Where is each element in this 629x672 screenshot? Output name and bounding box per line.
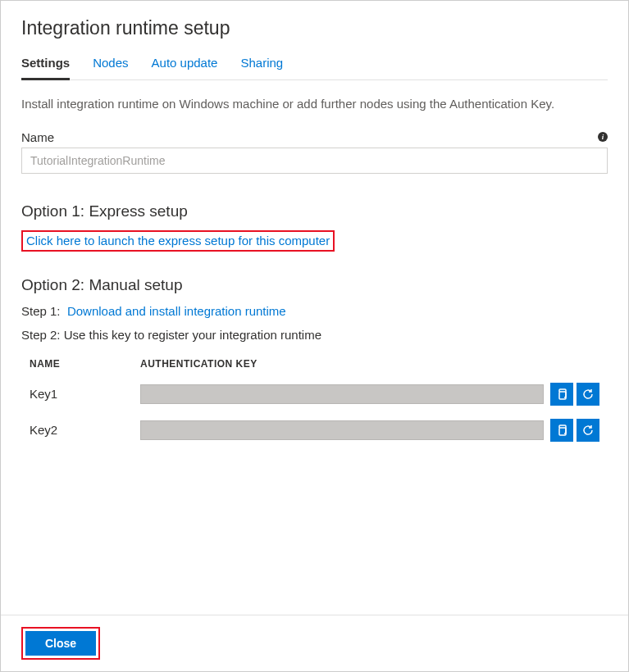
regenerate-key-button[interactable] bbox=[577, 419, 599, 442]
option1-heading: Option 1: Express setup bbox=[21, 202, 608, 220]
download-install-link[interactable]: Download and install integration runtime bbox=[67, 304, 286, 318]
express-setup-highlight: Click here to launch the express setup f… bbox=[21, 230, 335, 252]
step2-line: Step 2: Use this key to register your in… bbox=[21, 328, 608, 342]
copy-icon bbox=[555, 388, 568, 401]
key-row: Key1 bbox=[21, 376, 608, 412]
keys-header-name: NAME bbox=[30, 358, 140, 370]
tab-nodes[interactable]: Nodes bbox=[93, 56, 128, 80]
keys-header-auth: AUTHENTICATION KEY bbox=[140, 358, 258, 370]
copy-key-button[interactable] bbox=[550, 419, 573, 442]
key-value-masked[interactable] bbox=[140, 384, 544, 404]
tab-bar: Settings Nodes Auto update Sharing bbox=[21, 56, 608, 80]
tab-sharing[interactable]: Sharing bbox=[240, 56, 283, 80]
key-row: Key2 bbox=[21, 412, 608, 448]
tab-settings[interactable]: Settings bbox=[21, 56, 70, 80]
step1-line: Step 1: Download and install integration… bbox=[21, 304, 608, 318]
keys-table: NAME AUTHENTICATION KEY Key1 Key2 bbox=[21, 352, 608, 448]
refresh-icon bbox=[581, 424, 595, 437]
regenerate-key-button[interactable] bbox=[577, 383, 599, 406]
page-title: Integration runtime setup bbox=[21, 17, 608, 39]
name-label: Name bbox=[21, 130, 54, 144]
step1-label: Step 1: bbox=[21, 304, 61, 318]
description-text: Install integration runtime on Windows m… bbox=[21, 95, 608, 114]
key-actions bbox=[550, 419, 599, 442]
footer: Close bbox=[1, 615, 628, 671]
copy-icon bbox=[555, 424, 568, 437]
key-name: Key2 bbox=[30, 423, 140, 437]
keys-header: NAME AUTHENTICATION KEY bbox=[21, 352, 608, 376]
key-actions bbox=[550, 383, 599, 406]
tab-auto-update[interactable]: Auto update bbox=[152, 56, 218, 80]
express-setup-link[interactable]: Click here to launch the express setup f… bbox=[26, 234, 330, 247]
refresh-icon bbox=[581, 388, 595, 401]
close-button[interactable]: Close bbox=[25, 631, 96, 656]
name-input[interactable] bbox=[21, 148, 608, 174]
close-highlight: Close bbox=[21, 627, 100, 660]
key-name: Key1 bbox=[30, 387, 140, 401]
copy-key-button[interactable] bbox=[550, 383, 573, 406]
info-icon[interactable]: i bbox=[598, 132, 608, 142]
option2-heading: Option 2: Manual setup bbox=[21, 276, 608, 294]
name-label-row: Name i bbox=[21, 130, 608, 144]
key-value-masked[interactable] bbox=[140, 420, 544, 440]
